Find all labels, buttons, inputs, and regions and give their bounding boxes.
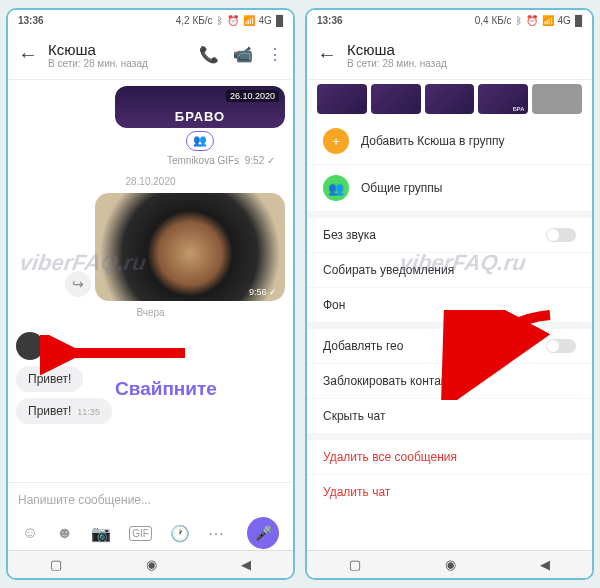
photo-time: 9:56 ✓ [249, 287, 277, 297]
media-thumb[interactable] [317, 84, 367, 114]
emoji-icon[interactable]: ☻ [56, 524, 73, 542]
gif-source: Temnikova GIFs [167, 155, 239, 166]
media-thumb-strip[interactable]: БРА [307, 80, 592, 118]
camera-icon[interactable]: 📷 [91, 524, 111, 543]
battery-icon: █ [276, 15, 283, 26]
food-photo: ↪ 9:56 ✓ [95, 193, 285, 301]
status-right: 0,4 КБ/с ᛒ ⏰ 📶 4G █ [475, 15, 582, 26]
gif-meta: Temnikova GIFs 9:52 ✓ [115, 155, 285, 166]
nav-back[interactable]: ◀ [540, 557, 550, 572]
date-divider: 28.10.2020 [16, 176, 285, 187]
clock-icon[interactable]: 🕐 [170, 524, 190, 543]
media-thumb[interactable] [371, 84, 421, 114]
bravo-gif: 26.10.2020 БРАВО [115, 86, 285, 128]
msg-text: Привет! [28, 372, 71, 386]
avatar[interactable] [16, 332, 44, 360]
more-tools-icon[interactable]: ⋯ [208, 524, 224, 543]
alarm-icon: ⏰ [526, 15, 538, 26]
msg-time: 11:35 [77, 407, 100, 417]
alarm-icon: ⏰ [227, 15, 239, 26]
mic-button[interactable]: 🎤 [247, 517, 279, 549]
phone-left: 13:36 4,2 КБ/с ᛒ ⏰ 📶 4G █ ← Ксюша В сети… [6, 8, 295, 580]
row-label: Скрыть чат [323, 409, 385, 423]
android-nav: ▢ ◉ ◀ [307, 550, 592, 578]
chat-name: Ксюша [48, 41, 189, 58]
row-label: Общие группы [361, 181, 442, 195]
row-label: Собирать уведомления [323, 263, 454, 277]
status-right: 4,2 КБ/с ᛒ ⏰ 📶 4G █ [176, 15, 283, 26]
row-collect-notifications[interactable]: Собирать уведомления [307, 253, 592, 288]
chat-status: В сети: 28 мин. назад [347, 58, 582, 69]
sticker-icon[interactable]: ☺ [22, 524, 38, 542]
media-thumb[interactable] [425, 84, 475, 114]
back-icon[interactable]: ← [18, 43, 38, 66]
avatar-row [16, 332, 285, 360]
groups-icon: 👥 [323, 175, 349, 201]
input-placeholder: Напишите сообщение... [18, 493, 151, 507]
row-mute[interactable]: Без звука [307, 218, 592, 253]
signal-icon: 📶 [243, 15, 255, 26]
status-bar: 13:36 4,2 КБ/с ᛒ ⏰ 📶 4G █ [8, 10, 293, 30]
row-label: Удалить все сообщения [323, 450, 457, 464]
status-time: 13:36 [18, 15, 44, 26]
net-speed: 0,4 КБ/с [475, 15, 512, 26]
chat-status: В сети: 28 мин. назад [48, 58, 189, 69]
video-icon[interactable]: 📹 [233, 45, 253, 64]
chat-header: ← Ксюша В сети: 28 мин. назад [307, 30, 592, 80]
photo-message[interactable]: ↪ 9:56 ✓ [95, 193, 285, 301]
chat-body[interactable]: 26.10.2020 БРАВО 👥 Temnikova GIFs 9:52 ✓… [8, 80, 293, 482]
header-icons: 📞 📹 ⋮ [199, 45, 283, 64]
battery-icon: █ [575, 15, 582, 26]
row-delete-chat[interactable]: Удалить чат [307, 475, 592, 509]
input-tools: ☺ ☻ 📷 GIF 🕐 ⋯ 🎤 [8, 516, 293, 550]
back-icon[interactable]: ← [317, 43, 337, 66]
net-speed: 4,2 КБ/с [176, 15, 213, 26]
media-thumb[interactable] [532, 84, 582, 114]
row-label: Без звука [323, 228, 376, 242]
row-label: Добавлять гео [323, 339, 403, 353]
call-icon[interactable]: 📞 [199, 45, 219, 64]
bluetooth-icon: ᛒ [217, 15, 223, 26]
nav-recent[interactable]: ▢ [349, 557, 361, 572]
message-input[interactable]: Напишите сообщение... [8, 482, 293, 516]
header-title-block[interactable]: Ксюша В сети: 28 мин. назад [48, 41, 189, 69]
forward-icon[interactable]: ↪ [65, 271, 91, 297]
more-icon[interactable]: ⋮ [267, 45, 283, 64]
header-title-block[interactable]: Ксюша В сети: 28 мин. назад [347, 41, 582, 69]
row-add-to-group[interactable]: + Добавить Ксюша в группу [307, 118, 592, 165]
row-background[interactable]: Фон [307, 288, 592, 323]
gif-time: 9:52 [245, 155, 264, 166]
network-badge: 4G [558, 15, 571, 26]
mute-toggle[interactable] [546, 228, 576, 242]
row-hide-chat[interactable]: Скрыть чат [307, 399, 592, 434]
nav-home[interactable]: ◉ [146, 557, 157, 572]
geo-toggle[interactable] [546, 339, 576, 353]
msg-text: Привет! [28, 404, 71, 418]
group-icon[interactable]: 👥 [186, 131, 214, 151]
nav-home[interactable]: ◉ [445, 557, 456, 572]
row-block-contact[interactable]: Заблокировать контакт [307, 364, 592, 399]
incoming-message-2[interactable]: Привет! 11:35 [16, 398, 112, 424]
row-label: Удалить чат [323, 485, 390, 499]
media-thumb[interactable]: БРА [478, 84, 528, 114]
signal-icon: 📶 [542, 15, 554, 26]
nav-recent[interactable]: ▢ [50, 557, 62, 572]
status-bar: 13:36 0,4 КБ/с ᛒ ⏰ 📶 4G █ [307, 10, 592, 30]
row-delete-all[interactable]: Удалить все сообщения [307, 440, 592, 475]
chat-name: Ксюша [347, 41, 582, 58]
phone-right: 13:36 0,4 КБ/с ᛒ ⏰ 📶 4G █ ← Ксюша В сети… [305, 8, 594, 580]
gif-message[interactable]: 26.10.2020 БРАВО 👥 Temnikova GIFs 9:52 ✓ [115, 86, 285, 166]
gif-icon[interactable]: GIF [129, 526, 152, 541]
bravo-text: БРАВО [115, 109, 285, 124]
incoming-message-1[interactable]: Привет! [16, 366, 83, 392]
row-label: Добавить Ксюша в группу [361, 134, 505, 148]
row-common-groups[interactable]: 👥 Общие группы [307, 165, 592, 212]
android-nav: ▢ ◉ ◀ [8, 550, 293, 578]
row-add-geo[interactable]: Добавлять гео [307, 329, 592, 364]
add-user-icon: + [323, 128, 349, 154]
row-label: Заблокировать контакт [323, 374, 452, 388]
nav-back[interactable]: ◀ [241, 557, 251, 572]
row-label: Фон [323, 298, 345, 312]
bravo-date: 26.10.2020 [226, 90, 279, 102]
network-badge: 4G [259, 15, 272, 26]
